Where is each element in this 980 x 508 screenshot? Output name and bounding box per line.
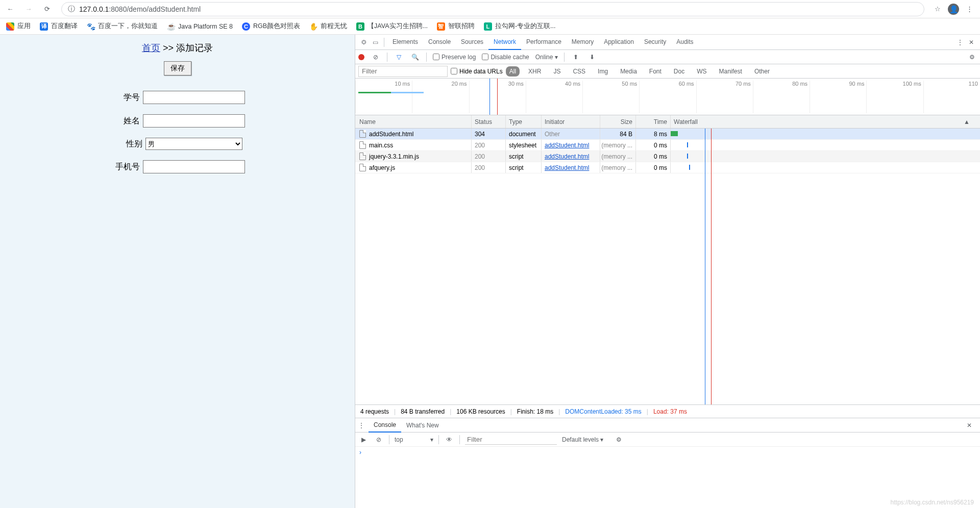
clear-icon[interactable]: ⊘ <box>371 52 381 62</box>
preserve-log-checkbox[interactable]: Preserve log <box>433 54 476 61</box>
filter-type-all[interactable]: All <box>506 66 520 77</box>
console-toolbar: ▶ ⊘ top ▾ 👁 Default levels ▾ ⚙ <box>355 433 980 447</box>
file-icon <box>359 130 366 138</box>
settings-icon[interactable]: ⚙ <box>967 52 977 62</box>
sort-icon: ▲ <box>964 118 970 125</box>
download-icon[interactable]: ⬇ <box>587 52 597 62</box>
filter-type-doc[interactable]: Doc <box>670 66 688 77</box>
devtools-tab-audits[interactable]: Audits <box>671 35 698 50</box>
file-icon <box>359 164 366 171</box>
tab-console[interactable]: Console <box>369 418 401 433</box>
input-name[interactable] <box>143 114 245 128</box>
bookmark-icon: L <box>484 22 492 31</box>
bookmark-item[interactable]: 译百度翻译 <box>40 22 78 31</box>
console-body[interactable]: › <box>355 447 980 508</box>
address-bar[interactable]: ⓘ 127.0.0.1:8080/demo/addStudent.html <box>61 2 924 16</box>
filter-input[interactable] <box>358 66 448 77</box>
breadcrumb: 首页 >> 添加记录 <box>0 35 355 61</box>
bookmark-icon: 智 <box>437 22 445 31</box>
device-icon[interactable]: ▭ <box>370 37 381 48</box>
network-timeline[interactable]: 10 ms20 ms30 ms40 ms50 ms60 ms70 ms80 ms… <box>355 79 980 115</box>
filter-type-xhr[interactable]: XHR <box>525 66 545 77</box>
file-icon <box>359 141 366 149</box>
devtools-tab-memory[interactable]: Memory <box>567 35 599 50</box>
filter-type-media[interactable]: Media <box>617 66 641 77</box>
devtools-panel: ⯐ ▭ ElementsConsoleSourcesNetworkPerform… <box>355 35 980 508</box>
levels-select[interactable]: Default levels ▾ <box>562 436 603 443</box>
console-play-icon[interactable]: ▶ <box>358 435 369 445</box>
eye-icon[interactable]: 👁 <box>444 435 454 445</box>
inspect-icon[interactable]: ⯐ <box>358 37 370 48</box>
throttle-select[interactable]: Online ▾ <box>535 54 558 61</box>
back-button[interactable]: ← <box>4 3 16 15</box>
filter-type-js[interactable]: JS <box>550 66 564 77</box>
devtools-tab-security[interactable]: Security <box>639 35 671 50</box>
bookmark-item[interactable]: B【JAVA实习生招聘... <box>356 22 428 31</box>
devtools-menu-icon[interactable]: ⋮ <box>954 37 966 48</box>
devtools-tab-elements[interactable]: Elements <box>387 35 423 50</box>
url-text: 127.0.0.1:8080/demo/addStudent.html <box>79 5 201 13</box>
drawer-close-icon[interactable]: ✕ <box>967 422 977 429</box>
console-filter-input[interactable] <box>465 435 557 445</box>
bookmark-icon: 译 <box>40 22 48 31</box>
network-toolbar: ⊘ ▽ 🔍 Preserve log Disable cache Online … <box>355 50 980 64</box>
devtools-tabs: ⯐ ▭ ElementsConsoleSourcesNetworkPerform… <box>355 35 980 50</box>
search-icon[interactable]: 🔍 <box>410 52 420 62</box>
input-sid[interactable] <box>143 91 245 104</box>
tab-whats-new[interactable]: What's New <box>401 419 444 432</box>
table-row[interactable]: main.css200stylesheetaddStudent.html(mem… <box>355 140 980 151</box>
filter-type-img[interactable]: Img <box>594 66 611 77</box>
table-row[interactable]: jquery-3.3.1.min.js200scriptaddStudent.h… <box>355 151 980 162</box>
forward-button[interactable]: → <box>22 3 35 15</box>
bookmark-icon: B <box>356 22 364 31</box>
menu-icon[interactable]: ⋮ <box>966 5 973 13</box>
devtools-tab-application[interactable]: Application <box>599 35 639 50</box>
devtools-tab-console[interactable]: Console <box>423 35 456 50</box>
bookmark-item[interactable]: 智智联招聘 <box>437 22 475 31</box>
input-phone[interactable] <box>143 160 245 173</box>
page-title: 添加记录 <box>176 43 213 53</box>
bookmark-item[interactable]: 🐾百度一下，你就知道 <box>87 22 158 31</box>
context-select[interactable]: top ▾ <box>395 436 433 443</box>
filter-type-font[interactable]: Font <box>646 66 665 77</box>
bookmarks-bar: 应用译百度翻译🐾百度一下，你就知道☕Java Platform SE 8CRGB… <box>0 18 980 35</box>
bookmark-item[interactable]: CRGB颜色对照表 <box>242 22 300 31</box>
network-filter-bar: Hide data URLs AllXHRJSCSSImgMediaFontDo… <box>355 64 980 79</box>
bookmark-item[interactable]: ☕Java Platform SE 8 <box>167 22 233 31</box>
info-icon: ⓘ <box>68 5 75 14</box>
network-table: Name Status Type Initiator Size Time Wat… <box>355 115 980 404</box>
reload-button[interactable]: ⟳ <box>41 3 53 15</box>
star-icon[interactable]: ☆ <box>935 5 941 13</box>
filter-type-manifest[interactable]: Manifest <box>716 66 746 77</box>
table-row[interactable]: addStudent.html304documentOther84 B8 ms <box>355 129 980 140</box>
devtools-tab-network[interactable]: Network <box>488 35 521 50</box>
devtools-tab-sources[interactable]: Sources <box>456 35 488 50</box>
filter-icon[interactable]: ▽ <box>394 52 404 62</box>
select-gender[interactable]: 男 <box>145 138 242 150</box>
network-status-bar: 4 requests| 84 B transferred| 106 KB res… <box>355 404 980 418</box>
profile-icon[interactable]: 👤 <box>948 4 959 15</box>
devtools-close-icon[interactable]: ✕ <box>966 37 977 48</box>
bookmark-item[interactable]: L拉勾网-专业的互联... <box>484 22 556 31</box>
disable-cache-checkbox[interactable]: Disable cache <box>482 54 529 61</box>
record-button[interactable] <box>358 54 364 60</box>
devtools-tab-performance[interactable]: Performance <box>521 35 567 50</box>
console-clear-icon[interactable]: ⊘ <box>374 435 384 445</box>
filter-type-ws[interactable]: WS <box>693 66 710 77</box>
page-viewport: 首页 >> 添加记录 保存 学号 姓名 性别 男 手机号 <box>0 35 355 508</box>
save-button[interactable]: 保存 <box>164 61 191 75</box>
label-name: 姓名 <box>110 116 140 126</box>
console-settings-icon[interactable]: ⚙ <box>614 435 624 445</box>
table-header[interactable]: Name Status Type Initiator Size Time Wat… <box>355 115 980 129</box>
table-row[interactable]: afquery.js200scriptaddStudent.html(memor… <box>355 162 980 173</box>
home-link[interactable]: 首页 <box>142 43 160 53</box>
filter-type-other[interactable]: Other <box>751 66 773 77</box>
bookmark-icon: 🐾 <box>87 22 95 31</box>
label-phone: 手机号 <box>110 162 140 172</box>
bookmark-item[interactable]: ✋前程无忧 <box>309 22 347 31</box>
upload-icon[interactable]: ⬆ <box>571 52 581 62</box>
hide-data-urls-checkbox[interactable]: Hide data URLs <box>451 68 503 75</box>
bookmark-item[interactable]: 应用 <box>6 22 31 31</box>
drawer-menu-icon[interactable]: ⋮ <box>358 422 369 429</box>
filter-type-css[interactable]: CSS <box>569 66 589 77</box>
